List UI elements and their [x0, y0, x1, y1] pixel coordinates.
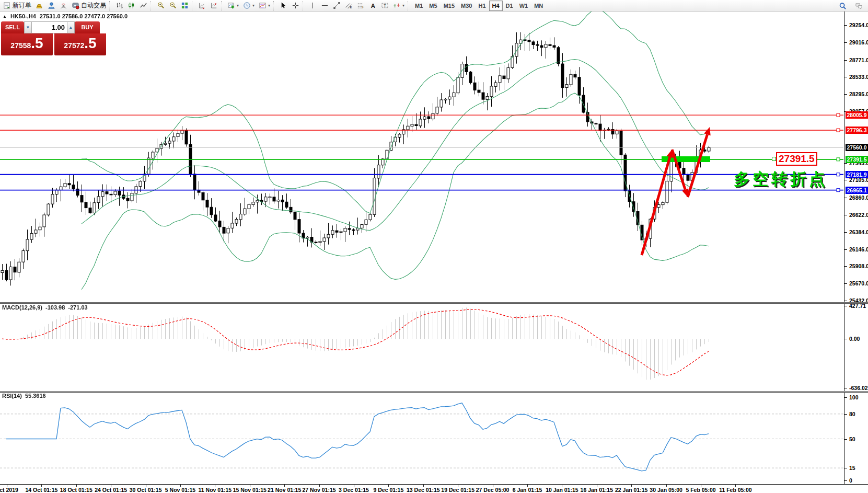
- hline-anchor-handle[interactable]: [772, 157, 776, 161]
- time-label: 3 Dec 01:15: [339, 487, 369, 493]
- line-chart-button[interactable]: [137, 0, 149, 12]
- vline-button[interactable]: [307, 0, 319, 12]
- sell-button[interactable]: 27558.5: [1, 33, 53, 55]
- axis-label: 80: [849, 411, 855, 417]
- sell-price-fraction: .5: [31, 33, 43, 53]
- timeframe-m15-button[interactable]: M15: [441, 1, 458, 11]
- annotation-text[interactable]: 多空转折点: [734, 168, 828, 190]
- volume-decrease-button[interactable]: ▼: [24, 21, 32, 33]
- chevron-down-icon: ▾: [268, 4, 270, 8]
- periods-button[interactable]: ▾: [241, 0, 257, 12]
- chat-button[interactable]: [853, 0, 865, 12]
- zoom-out-button[interactable]: [167, 0, 179, 12]
- cursor-icon: [280, 2, 287, 9]
- axis-label: 0: [849, 477, 852, 484]
- buy-price-fraction: .5: [84, 33, 96, 53]
- timeframe-m5-button[interactable]: M5: [426, 1, 440, 11]
- indicators-button[interactable]: ▾: [225, 0, 241, 12]
- time-label: 10 Jan 01:15: [546, 487, 578, 493]
- arrows-button[interactable]: ▾: [391, 0, 407, 12]
- channel-button[interactable]: E: [343, 0, 355, 12]
- axis-tick: [844, 439, 847, 440]
- collapse-icon[interactable]: ▲: [3, 14, 7, 19]
- new-order-button[interactable]: 新订单: [1, 0, 33, 12]
- time-label: 19 Dec 01:15: [441, 487, 474, 493]
- crosshair-icon: [292, 2, 299, 9]
- price-badge: 27796.3: [846, 127, 868, 134]
- vertical-line-icon: [309, 2, 317, 9]
- volume-increase-button[interactable]: ▲: [67, 21, 75, 33]
- pane-splitter-rsi[interactable]: [0, 391, 868, 393]
- community-button[interactable]: [45, 0, 57, 12]
- axis-label: 25670.0: [849, 280, 868, 286]
- bar-chart-icon: [115, 2, 123, 9]
- main-toolbar: 新订单自动交易▾▾▾EFAT▾M1M5M15M30H1H4D1W1MN: [0, 0, 868, 12]
- time-label: 16 Jan 01:15: [581, 487, 613, 493]
- time-label: 14 Oct 01:15: [25, 487, 57, 493]
- chart-shift-button[interactable]: [208, 0, 220, 12]
- macd-main-value: -103.98: [45, 304, 65, 311]
- buy-tab[interactable]: BUY: [75, 21, 100, 33]
- volume-input[interactable]: [32, 21, 67, 33]
- cursor-button[interactable]: [277, 0, 290, 12]
- price-badge: 27391.5: [846, 156, 868, 163]
- time-label: 11 Feb 05:00: [719, 487, 751, 493]
- tile-windows-button[interactable]: [179, 0, 191, 12]
- gold-button[interactable]: [33, 0, 45, 12]
- candlestick-button[interactable]: [125, 0, 137, 12]
- axis-tick: [844, 198, 847, 198]
- axis-label: 50: [849, 436, 855, 442]
- pane-splitter-macd[interactable]: [0, 302, 868, 304]
- toolbar-separator: [303, 1, 306, 10]
- timeframe-m30-button[interactable]: M30: [458, 1, 475, 11]
- hline-button[interactable]: [319, 0, 331, 12]
- new-order-icon: [3, 2, 11, 9]
- timeframe-h1-button[interactable]: H1: [475, 1, 489, 11]
- fibonacci-button[interactable]: F: [355, 0, 367, 12]
- buy-button[interactable]: 27572.5: [54, 33, 106, 55]
- crosshair-button[interactable]: [290, 0, 302, 12]
- sell-tab[interactable]: SELL: [1, 21, 24, 33]
- trendline-button[interactable]: [331, 0, 343, 12]
- auto-scroll-button[interactable]: [196, 0, 208, 12]
- chevron-down-icon: ▾: [252, 4, 254, 8]
- price-chart-canvas[interactable]: [0, 12, 844, 484]
- time-axis[interactable]: Oct 201914 Oct 01:1518 Oct 01:1524 Oct 0…: [0, 484, 868, 493]
- zoom-in-button[interactable]: [155, 0, 167, 12]
- price-axis[interactable]: 29254.029016.028771.028533.028295.028057…: [844, 12, 868, 484]
- time-label: 18 Oct 01:15: [60, 487, 92, 493]
- axis-label: 26622.0: [849, 212, 868, 218]
- axis-label: 26146.0: [849, 246, 868, 253]
- buy-price: 27572: [64, 41, 84, 50]
- bar-chart-button[interactable]: [113, 0, 125, 12]
- candlestick-icon: [128, 2, 135, 9]
- toolbar-separator: [408, 1, 411, 10]
- label-button[interactable]: T: [379, 0, 391, 12]
- timeframe-m1-button[interactable]: M1: [412, 1, 426, 11]
- price-badge: 27181.9: [846, 171, 868, 178]
- tile-windows-icon: [181, 2, 189, 9]
- auto-scroll-icon: [198, 2, 206, 9]
- timeframe-mn-button[interactable]: MN: [531, 1, 546, 11]
- price-callout-box[interactable]: 27391.5: [776, 152, 817, 166]
- axis-label: 15: [849, 465, 855, 471]
- autotrading-button[interactable]: 自动交易: [70, 0, 108, 12]
- axis-tick: [844, 60, 847, 61]
- time-label: 6 Jan 01:15: [513, 487, 542, 493]
- time-label: 21 Nov 01:15: [268, 487, 301, 493]
- time-label: 30 Oct 01:15: [130, 487, 162, 493]
- timeframe-h4-button[interactable]: H4: [489, 1, 503, 11]
- price-badge: 26965.1: [846, 187, 868, 194]
- axis-label: -636.02: [849, 385, 868, 391]
- axis-tick: [844, 397, 847, 398]
- text-button[interactable]: A: [367, 0, 379, 12]
- timeframe-w1-button[interactable]: W1: [516, 1, 531, 11]
- templates-button[interactable]: ▾: [257, 0, 272, 12]
- signals-button[interactable]: [57, 0, 70, 12]
- indicators-icon: [227, 2, 235, 9]
- price-badge: 27560.0: [846, 144, 868, 151]
- axis-tick: [844, 468, 847, 468]
- trendline-icon: [333, 2, 341, 9]
- timeframe-d1-button[interactable]: D1: [503, 1, 516, 11]
- search-button[interactable]: [837, 0, 849, 12]
